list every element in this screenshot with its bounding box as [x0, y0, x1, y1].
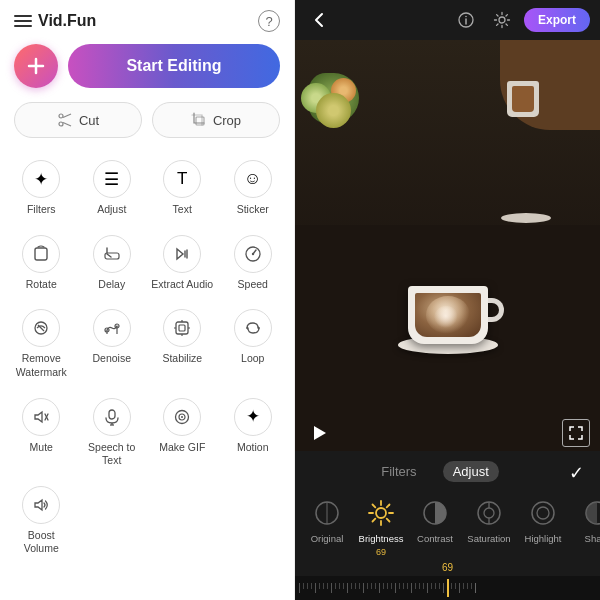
right-topbar: Export	[295, 0, 600, 40]
speech-to-text-label: Speech to Text	[81, 441, 144, 468]
timeline[interactable]	[295, 576, 600, 600]
svg-point-58	[537, 507, 549, 519]
flowers	[301, 73, 371, 153]
menu-icon[interactable]	[14, 15, 32, 27]
tool-rotate[interactable]: Rotate	[6, 225, 77, 300]
right-panel: Export	[295, 0, 600, 600]
scene-background	[295, 40, 600, 451]
active-value-display: 69	[442, 562, 453, 573]
adjust-shadow[interactable]: Sha...	[571, 496, 600, 544]
tool-make-gif[interactable]: Make GIF	[147, 388, 218, 476]
tool-boost-volume[interactable]: Boost Volume	[6, 476, 77, 564]
highlight-icon	[526, 496, 560, 530]
start-editing-button[interactable]: Start Editing	[68, 44, 280, 88]
crop-button[interactable]: Crop	[152, 102, 280, 138]
plus-icon	[26, 56, 46, 76]
loop-icon	[234, 309, 272, 347]
svg-point-2	[59, 114, 63, 118]
adjust-highlight[interactable]: Highlight	[517, 496, 569, 544]
tool-adjust[interactable]: ☰ Adjust	[77, 150, 148, 225]
mute-icon	[22, 398, 60, 436]
add-button[interactable]	[14, 44, 58, 88]
saucer-top	[501, 213, 551, 223]
tool-text[interactable]: T Text	[147, 150, 218, 225]
timeline-marks	[299, 579, 596, 597]
tab-adjust[interactable]: Adjust	[443, 461, 499, 482]
header-left: Vid.Fun	[14, 12, 96, 30]
video-preview	[295, 40, 600, 451]
right-icons: Export	[452, 6, 590, 34]
svg-rect-7	[35, 248, 47, 260]
highlight-label: Highlight	[525, 533, 562, 544]
svg-marker-35	[35, 500, 42, 510]
brightness-icon	[364, 496, 398, 530]
crop-label: Crop	[213, 113, 241, 128]
check-icon[interactable]: ✓	[569, 462, 584, 484]
svg-marker-40	[314, 426, 326, 440]
filters-icon: ✦	[22, 160, 60, 198]
adjust-icon: ☰	[93, 160, 131, 198]
sticker-label: Sticker	[237, 203, 269, 217]
adjust-original[interactable]: Original	[301, 496, 353, 544]
play-controls	[305, 419, 590, 447]
tool-loop[interactable]: Loop	[218, 299, 289, 387]
text-label: Text	[173, 203, 192, 217]
stabilize-icon	[163, 309, 201, 347]
mug-top-right	[507, 81, 539, 117]
tool-remove-watermark[interactable]: Remove Watermark	[6, 299, 77, 387]
cut-icon	[57, 112, 73, 128]
svg-rect-29	[109, 410, 115, 419]
filters-label: Filters	[27, 203, 56, 217]
tool-filters[interactable]: ✦ Filters	[6, 150, 77, 225]
svg-line-4	[63, 114, 71, 118]
app-title: Vid.Fun	[38, 12, 96, 30]
svg-rect-18	[176, 322, 188, 334]
tab-filters[interactable]: Filters	[371, 461, 426, 482]
svg-rect-19	[179, 325, 185, 331]
tool-delay[interactable]: Delay	[77, 225, 148, 300]
fullscreen-button[interactable]	[562, 419, 590, 447]
tool-speech-to-text[interactable]: Speech to Text	[77, 388, 148, 476]
play-button[interactable]	[305, 419, 333, 447]
denoise-label: Denoise	[92, 352, 131, 366]
rotate-label: Rotate	[26, 278, 57, 292]
app-header: Vid.Fun ?	[0, 0, 294, 38]
original-icon	[310, 496, 344, 530]
svg-line-50	[387, 505, 390, 508]
svg-marker-9	[177, 249, 183, 259]
tool-speed[interactable]: Speed	[218, 225, 289, 300]
back-button[interactable]	[305, 6, 333, 34]
tool-denoise[interactable]: Denoise	[77, 299, 148, 387]
settings-icon[interactable]	[488, 6, 516, 34]
svg-rect-6	[196, 117, 204, 125]
tool-mute[interactable]: Mute	[6, 388, 77, 476]
motion-icon: ✦	[234, 398, 272, 436]
tool-stabilize[interactable]: Stabilize	[147, 299, 218, 387]
extract-audio-icon	[163, 235, 201, 273]
svg-point-13	[252, 252, 254, 254]
brightness-value: 69	[376, 547, 386, 557]
adjust-items-row: Original Brigh	[295, 492, 600, 561]
tool-sticker[interactable]: ☺ Sticker	[218, 150, 289, 225]
tools-grid: ✦ Filters ☰ Adjust T Text ☺ Sticker Ro	[0, 146, 294, 568]
adjust-saturation[interactable]: Saturation	[463, 496, 515, 544]
info-icon[interactable]	[452, 6, 480, 34]
stabilize-label: Stabilize	[162, 352, 202, 366]
crop-icon	[191, 112, 207, 128]
tool-extract-audio[interactable]: Extract Audio	[147, 225, 218, 300]
value-row: 69	[295, 561, 600, 576]
svg-line-5	[63, 123, 71, 127]
speed-icon	[234, 235, 272, 273]
make-gif-label: Make GIF	[159, 441, 205, 455]
cut-button[interactable]: Cut	[14, 102, 142, 138]
speech-to-text-icon	[93, 398, 131, 436]
adjust-brightness[interactable]: Brightness 69	[355, 496, 407, 557]
export-button[interactable]: Export	[524, 8, 590, 32]
tool-motion[interactable]: ✦ Motion	[218, 388, 289, 476]
loop-label: Loop	[241, 352, 264, 366]
adjust-contrast[interactable]: Contrast	[409, 496, 461, 544]
help-icon[interactable]: ?	[258, 10, 280, 32]
coffee-cup	[408, 286, 488, 344]
start-editing-row: Start Editing	[0, 38, 294, 98]
contrast-icon	[418, 496, 452, 530]
